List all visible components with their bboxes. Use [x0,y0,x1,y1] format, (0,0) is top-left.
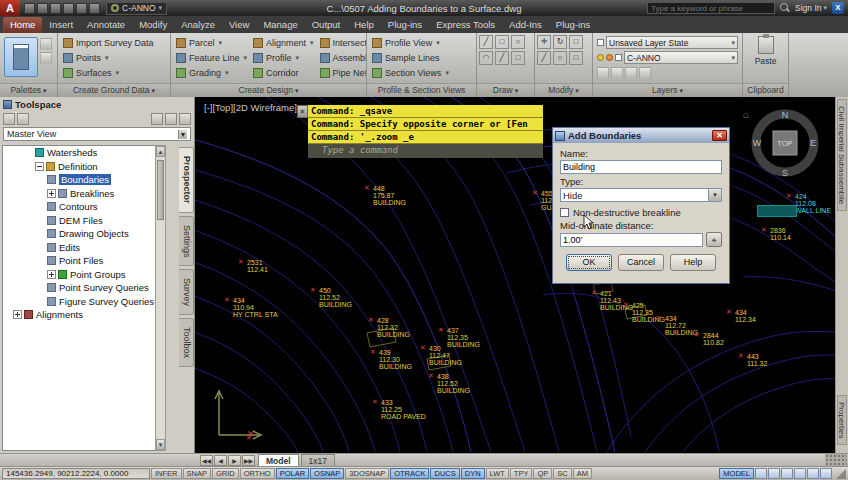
toggle-3dosnap[interactable]: 3DOSNAP [345,468,389,479]
drawing-canvas[interactable]: [-][Top][2D Wireframe] 448175.87BUILDING… [195,97,835,453]
panel-title-clipboard[interactable]: Clipboard [743,83,788,97]
plot-icon[interactable] [89,3,100,14]
next-layout-icon[interactable]: ▶ [228,455,241,466]
collapse-icon[interactable] [35,162,44,171]
panel-title-modify[interactable]: Modify [535,83,592,97]
annotation-scale-icon[interactable] [781,468,793,479]
resize-grip[interactable] [836,469,846,479]
tree-item-edits[interactable]: Edits [3,241,165,255]
toggle-dyn[interactable]: DYN [461,468,485,479]
layer-freeze-icon[interactable] [606,54,613,61]
tab-annotate[interactable]: Annotate [80,17,132,33]
tab-plugins-2[interactable]: Plug-ins [549,17,597,33]
autocad-logo-icon[interactable]: A [0,0,20,16]
help-button[interactable]: Help [670,254,716,271]
tool-palettes-icon[interactable] [40,52,52,64]
move-tool-icon[interactable] [537,35,551,49]
dialog-titlebar[interactable]: Add Boundaries ✕ [553,128,729,143]
undo-icon[interactable] [63,3,74,14]
help-search-input[interactable] [647,2,775,14]
panel-title-profile-section-views[interactable]: Profile & Section Views [367,83,476,97]
open-icon[interactable] [37,3,48,14]
tab-prospector[interactable]: Prospector [179,147,194,213]
non-destructive-breakline-checkbox[interactable] [560,208,569,217]
tree-item-alignments[interactable]: Alignments [3,308,165,322]
viewcube[interactable]: N W E S TOP [749,107,821,179]
import-survey-data-button[interactable]: Import Survey Data [60,35,168,50]
tree-item-point-groups[interactable]: Point Groups [3,268,165,282]
tree-vertical-scrollbar[interactable]: ▲ ▼ [155,145,166,451]
panel-title-create-design[interactable]: Create Design [171,83,366,97]
layer-state-dropdown[interactable]: Unsaved Layer State [606,36,738,49]
corridor-button[interactable]: Corridor [250,65,317,80]
tree-item-boundaries[interactable]: Boundaries [3,173,165,187]
boundary-type-dropdown[interactable]: Hide ▾ [560,188,722,202]
properties-palette-icon[interactable] [40,38,52,50]
search-icon[interactable] [780,3,790,13]
tab-analyze[interactable]: Analyze [174,17,222,33]
feature-line-button[interactable]: Feature Line [173,50,250,65]
preview-toggle-icon[interactable] [165,113,177,125]
array-tool-icon[interactable] [569,51,583,65]
panel-title-create-ground-data[interactable]: Create Ground Data [58,83,170,97]
scroll-up-icon[interactable]: ▲ [156,146,165,157]
annotation-visibility-icon[interactable] [794,468,806,479]
refresh-icon[interactable] [3,113,15,125]
toggle-infer[interactable]: INFER [151,468,182,479]
close-icon[interactable]: ✕ [712,130,727,141]
intersections-button[interactable]: Intersections [317,35,366,50]
mid-ordinate-input[interactable] [560,233,703,247]
scrollbar-thumb[interactable] [157,160,164,220]
expand-icon[interactable] [47,189,56,198]
pick-distance-icon[interactable]: ⌖ [706,232,722,247]
section-views-button[interactable]: Section Views [369,65,474,80]
command-input[interactable]: Type a command [308,144,543,158]
rotate-tool-icon[interactable] [553,35,567,49]
layer-on-icon[interactable] [597,54,604,61]
profile-view-button[interactable]: Profile View [369,35,474,50]
tree-item-watersheds[interactable]: Watersheds [3,146,165,160]
toggle-ortho[interactable]: ORTHO [240,468,275,479]
model-space-button[interactable]: MODEL [719,468,754,479]
scroll-down-icon[interactable]: ▼ [156,439,165,450]
fillet-tool-icon[interactable] [553,51,567,65]
chevron-down-icon[interactable]: ▾ [708,189,721,201]
view-selector-dropdown[interactable]: Master View [3,127,191,141]
tab-settings[interactable]: Settings [179,216,194,267]
ok-button[interactable]: OK [566,254,612,271]
save-icon[interactable] [50,3,61,14]
tree-item-contours[interactable]: Contours [3,200,165,214]
item-view-icon[interactable] [17,113,29,125]
lock-icon[interactable] [820,468,832,479]
tool-palettes-tab[interactable]: Civil Imperial Subassemblie [837,99,847,211]
coordinate-readout[interactable]: 145436.2949, 90212.2224, 0.0000 [2,468,150,479]
model-tab[interactable]: Model [258,454,299,466]
polyline-tool-icon[interactable] [495,51,509,65]
tree-item-point-files[interactable]: Point Files [3,254,165,268]
toggle-osnap[interactable]: OSNAP [310,468,344,479]
toggle-am[interactable]: AM [573,468,592,479]
tab-express-tools[interactable]: Express Tools [429,17,502,33]
trim-tool-icon[interactable] [537,51,551,65]
tree-item-figure-survey-queries[interactable]: Figure Survey Queries [3,295,165,309]
prev-layout-icon[interactable]: ◀ [214,455,227,466]
tab-modify[interactable]: Modify [132,17,174,33]
layer-color-swatch[interactable] [615,54,622,61]
scale-tool-icon[interactable] [569,35,583,49]
workspace-switching-icon[interactable] [807,468,819,479]
toggle-tpy[interactable]: TPY [510,468,533,479]
quick-view-drawings-icon[interactable] [768,468,780,479]
pipe-network-button[interactable]: Pipe Network [317,65,366,80]
quick-view-layouts-icon[interactable] [755,468,767,479]
toggle-ducs[interactable]: DUCS [430,468,459,479]
layer-match-icon[interactable] [639,67,651,79]
paste-button[interactable]: Paste [743,33,788,83]
toggle-grid[interactable]: GRID [212,468,239,479]
expand-icon[interactable] [13,310,22,319]
expand-icon[interactable] [47,270,56,279]
current-layer-dropdown[interactable]: C-ANNO [624,51,738,64]
tab-output[interactable]: Output [305,17,348,33]
tree-item-dem-files[interactable]: DEM Files [3,214,165,228]
close-icon[interactable]: ✕ [297,105,308,118]
viewport-controls[interactable]: [-][Top][2D Wireframe] [204,102,297,113]
